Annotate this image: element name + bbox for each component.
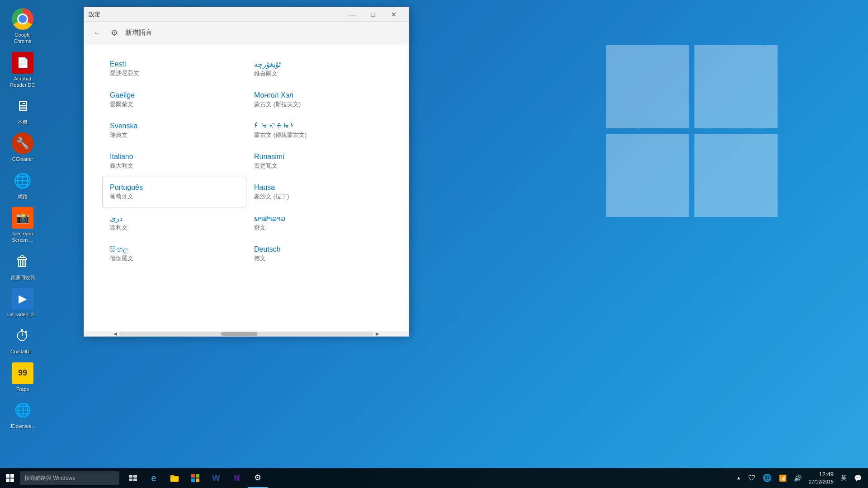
language-native: 豪沙文 (拉丁) xyxy=(254,192,383,201)
language-name: Português xyxy=(110,183,239,192)
language-native: 愛沙尼亞文 xyxy=(110,69,239,77)
language-indicator[interactable]: 英 xyxy=(838,473,849,483)
network-label: 網路 xyxy=(18,193,28,200)
desktop-icon-jdownloader[interactable]: 🌐 JDownloa... xyxy=(5,396,41,433)
minimize-button[interactable]: — xyxy=(342,7,363,22)
scroll-track[interactable] xyxy=(119,332,373,336)
language-name: ᠮᠣᠩᠭᠣᠯ xyxy=(254,122,383,130)
back-button[interactable]: ← xyxy=(91,27,104,39)
language-name: ئۇيغۇرچە xyxy=(254,60,383,69)
task-view-button[interactable] xyxy=(123,468,143,488)
scroll-left-arrow[interactable]: ◀ xyxy=(111,331,119,337)
desktop-icon-crystaldi[interactable]: ⏱ CrystalDi... xyxy=(5,321,41,358)
content-area: Eesti 愛沙尼亞文 ئۇيغۇرچە 維吾爾文 Gaeilge 愛爾蘭文 М… xyxy=(84,44,409,331)
fraps-label: Fraps xyxy=(16,386,29,392)
language-name: ພາສາລາວ xyxy=(254,214,383,223)
header-bar: ← ⚙ 新增語言 xyxy=(84,22,409,44)
language-native: 蓋楚瓦文 xyxy=(254,162,383,170)
clock-display[interactable]: 12:49 27/12/2015 xyxy=(806,469,836,487)
desktop-icon-trash[interactable]: 🗑 資源回收筒 xyxy=(5,247,41,284)
settings-button[interactable]: ⚙ xyxy=(248,468,268,488)
language-item-lao[interactable]: ພາສາລາວ 寮文 xyxy=(246,207,391,239)
chrome-label: Google Chrome xyxy=(6,32,39,45)
desktop-icon-fraps[interactable]: 99 Fraps xyxy=(5,359,41,396)
desktop-icon-acrobat[interactable]: 📄 Acrobat Reader DC xyxy=(5,48,41,92)
gear-icon: ⚙ xyxy=(109,28,120,38)
notification-icon[interactable]: 💬 xyxy=(851,474,864,483)
language-item-eesti[interactable]: Eesti 愛沙尼亞文 xyxy=(102,53,246,84)
language-native: 寮文 xyxy=(254,224,383,232)
language-item-hausa[interactable]: Hausa 豪沙文 (拉丁) xyxy=(246,177,391,207)
system-tray-expand[interactable]: ▲ xyxy=(734,474,744,481)
search-text: 搜尋網路與 Windows xyxy=(24,474,75,482)
language-item-uyghur[interactable]: ئۇيغۇرچە 維吾爾文 xyxy=(246,53,391,84)
language-name: Hausa xyxy=(254,183,383,192)
language-name: Eesti xyxy=(110,60,239,68)
language-item-gaeilge[interactable]: Gaeilge 愛爾蘭文 xyxy=(102,84,246,115)
word-button[interactable]: W xyxy=(206,468,226,488)
icevideo-icon: ▶ xyxy=(12,288,33,310)
shield-icon[interactable]: 🛡 xyxy=(745,473,758,483)
icecream-label: Icecream Screen ... xyxy=(6,230,39,244)
taskbar: 搜尋網路與 Windows e W xyxy=(0,468,868,488)
taskbar-search[interactable]: 搜尋網路與 Windows xyxy=(20,471,119,485)
language-item-italiano[interactable]: Italiano 義大利文 xyxy=(102,146,246,177)
horizontal-scrollbar[interactable]: ◀ ▶ xyxy=(84,331,409,336)
language-item-mongolian-trad[interactable]: ᠮᠣᠩᠭᠣᠯ 蒙古文 (傳統蒙古文) xyxy=(246,115,391,146)
edge-button[interactable]: e xyxy=(144,468,164,488)
language-native: 維吾爾文 xyxy=(254,70,383,78)
language-item-svenska[interactable]: Svenska 瑞典文 xyxy=(102,115,246,146)
jdownloader-label: JDownloa... xyxy=(9,423,35,429)
desktop-icon-ccleaner[interactable]: 🔧 CCleaner xyxy=(5,129,41,166)
svg-rect-6 xyxy=(191,474,195,478)
maximize-button[interactable]: □ xyxy=(363,7,383,22)
desktop-icon-mycomputer[interactable]: 🖥 本機 xyxy=(5,92,41,129)
svg-rect-7 xyxy=(196,474,199,478)
ccleaner-label: CCleaner xyxy=(12,156,33,162)
store-button[interactable] xyxy=(185,468,205,488)
globe-icon[interactable]: 🌐 xyxy=(760,473,774,483)
language-item-runasimi[interactable]: Runasimi 蓋楚瓦文 xyxy=(246,146,391,177)
scroll-thumb[interactable] xyxy=(221,332,257,336)
ccleaner-icon: 🔧 xyxy=(12,132,33,154)
start-button[interactable] xyxy=(0,468,20,488)
language-item-portuguese[interactable]: Português 葡萄牙文 xyxy=(102,177,246,207)
language-native: 達利文 xyxy=(110,224,239,232)
language-native: 瑞典文 xyxy=(110,131,239,139)
language-name: Runasimi xyxy=(254,153,383,161)
settings-window: 設定 — □ ✕ ← ⚙ 新增語言 Eesti 愛沙尼亞文 ئۇيغۇرچە 維… xyxy=(84,7,409,337)
svg-rect-5 xyxy=(170,475,174,477)
language-item-sinhala[interactable]: සිංහල 僧伽羅文 xyxy=(102,239,246,269)
desktop-icon-network[interactable]: 🌐 網路 xyxy=(5,166,41,203)
mycomputer-label: 本機 xyxy=(18,119,28,125)
acrobat-label: Acrobat Reader DC xyxy=(6,75,39,89)
onenote-button[interactable]: N xyxy=(227,468,247,488)
language-native: 義大利文 xyxy=(110,162,239,170)
scroll-right-arrow[interactable]: ▶ xyxy=(373,331,382,337)
svg-rect-0 xyxy=(129,475,132,478)
explorer-button[interactable] xyxy=(165,468,184,488)
desktop-icon-icecream[interactable]: 📸 Icecream Screen ... xyxy=(5,203,41,247)
trash-icon: 🗑 xyxy=(12,251,33,272)
window-title: 設定 xyxy=(89,10,342,19)
desktop-icon-chrome[interactable]: Google Chrome xyxy=(5,5,41,48)
language-name: Svenska xyxy=(110,122,239,130)
taskbar-right-area: ▲ 🛡 🌐 📶 🔊 12:49 27/12/2015 英 💬 xyxy=(734,469,868,487)
language-item-dari[interactable]: دری 達利文 xyxy=(102,207,246,239)
language-item-deutsch[interactable]: Deutsch 德文 xyxy=(246,239,391,269)
language-native: 愛爾蘭文 xyxy=(110,100,239,108)
network-status-icon[interactable]: 📶 xyxy=(776,474,789,483)
close-button[interactable]: ✕ xyxy=(383,7,404,22)
language-native: 僧伽羅文 xyxy=(110,254,239,263)
volume-icon[interactable]: 🔊 xyxy=(791,474,804,483)
language-name: Italiano xyxy=(110,153,239,161)
svg-rect-3 xyxy=(133,479,137,481)
language-item-mongolian[interactable]: Монгол Хэл 蒙古文 (斯拉夫文) xyxy=(246,84,391,115)
language-grid: Eesti 愛沙尼亞文 ئۇيغۇرچە 維吾爾文 Gaeilge 愛爾蘭文 М… xyxy=(102,53,391,269)
trash-label: 資源回收筒 xyxy=(10,274,35,281)
svg-rect-2 xyxy=(129,479,132,481)
language-scroll-area[interactable]: Eesti 愛沙尼亞文 ئۇيغۇرچە 維吾爾文 Gaeilge 愛爾蘭文 М… xyxy=(84,44,409,331)
fraps-icon: 99 xyxy=(12,362,33,384)
desktop-icon-icevideo[interactable]: ▶ ice_video_2... xyxy=(5,284,41,321)
clock-time: 12:49 xyxy=(809,470,834,479)
